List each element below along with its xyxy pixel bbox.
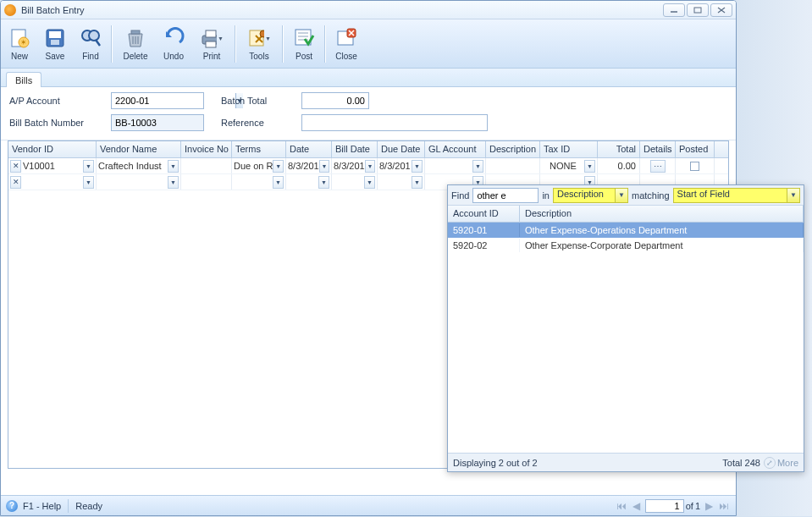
row-delete-icon[interactable]: ✕ bbox=[10, 160, 21, 173]
col-date[interactable]: Date bbox=[286, 141, 332, 157]
cell-vendor-name: Craftech Indust bbox=[98, 161, 162, 171]
row-delete-icon[interactable]: ✕ bbox=[10, 176, 21, 189]
post-button[interactable]: Post bbox=[287, 21, 321, 67]
minimize-button[interactable] bbox=[663, 3, 685, 17]
print-button[interactable]: ▼ Print bbox=[192, 21, 231, 67]
col-total[interactable]: Total bbox=[598, 141, 640, 157]
post-icon bbox=[292, 26, 316, 50]
col-tax-id[interactable]: Tax ID bbox=[540, 141, 598, 157]
bill-date-dropdown[interactable]: ▼ bbox=[365, 160, 375, 173]
print-icon: ▼ bbox=[200, 26, 224, 50]
undo-icon bbox=[162, 26, 185, 50]
lookup-popup: Find in Description ▼ matching Start of … bbox=[447, 184, 804, 472]
gl-dropdown[interactable]: ▼ bbox=[472, 160, 483, 173]
lookup-find-input[interactable] bbox=[472, 188, 539, 203]
col-posted[interactable]: Posted bbox=[676, 141, 715, 157]
delete-button[interactable]: Delete bbox=[116, 21, 155, 67]
lookup-in-combo[interactable]: Description ▼ bbox=[553, 188, 628, 203]
ap-account-label: A/P Account bbox=[9, 96, 111, 106]
lookup-matching-value: Start of Field bbox=[674, 189, 787, 202]
details-button[interactable]: ⋯ bbox=[650, 160, 666, 173]
col-description[interactable]: Description bbox=[486, 141, 540, 157]
svg-rect-13 bbox=[131, 30, 140, 34]
nav-prev[interactable]: ◀ bbox=[630, 499, 644, 513]
date-dropdown[interactable]: ▼ bbox=[319, 160, 329, 173]
lookup-col-description[interactable]: Description bbox=[520, 206, 804, 222]
vendor-name-dropdown[interactable]: ▼ bbox=[168, 176, 179, 189]
nav-last[interactable]: ⏭ bbox=[717, 499, 731, 513]
close-label: Close bbox=[335, 52, 357, 61]
nav-first[interactable]: ⏮ bbox=[615, 499, 628, 513]
close-button[interactable]: Close bbox=[329, 21, 363, 67]
find-label: Find bbox=[82, 52, 98, 61]
svg-rect-19 bbox=[206, 41, 216, 47]
titlebar[interactable]: Bill Batch Entry bbox=[1, 1, 736, 19]
ap-account-combo[interactable]: ▼ bbox=[111, 92, 204, 109]
vendor-id-dropdown[interactable]: ▼ bbox=[83, 176, 94, 189]
statusbar: ? F1 - Help Ready ⏮ ◀ of 1 ▶ ⏭ bbox=[1, 495, 736, 515]
tools-button[interactable]: ▼ Tools bbox=[240, 21, 279, 67]
due-date-dropdown[interactable]: ▼ bbox=[412, 160, 423, 173]
help-icon[interactable]: ? bbox=[6, 500, 18, 512]
col-due-date[interactable]: Due Date bbox=[378, 141, 425, 157]
due-date-dropdown[interactable]: ▼ bbox=[412, 176, 423, 189]
bill-batch-label: Bill Batch Number bbox=[9, 118, 111, 128]
maximize-button[interactable] bbox=[687, 3, 709, 17]
vendor-id-dropdown[interactable]: ▼ bbox=[83, 160, 94, 173]
terms-dropdown[interactable]: ▼ bbox=[273, 176, 284, 189]
bill-date-dropdown[interactable]: ▼ bbox=[364, 176, 375, 189]
lookup-more-button[interactable]: ⤢ More bbox=[764, 457, 798, 469]
terms-dropdown[interactable]: ▼ bbox=[273, 160, 284, 173]
toolbar: ✶ New Save Find Delete Undo ▼ Print ▼ To… bbox=[1, 19, 736, 69]
lookup-in-dropdown[interactable]: ▼ bbox=[615, 189, 627, 202]
lookup-grid-header: Account ID Description bbox=[448, 206, 804, 223]
save-button[interactable]: Save bbox=[38, 21, 72, 67]
lookup-status: Displaying 2 out of 2 bbox=[453, 458, 538, 468]
lookup-find-label: Find bbox=[451, 190, 469, 201]
col-vendor-name[interactable]: Vendor Name bbox=[97, 141, 181, 157]
undo-button[interactable]: Undo bbox=[157, 21, 191, 67]
tax-dropdown[interactable]: ▼ bbox=[584, 160, 595, 173]
svg-text:✶: ✶ bbox=[20, 38, 27, 47]
lookup-matching-combo[interactable]: Start of Field ▼ bbox=[673, 188, 800, 203]
page-total: 1 bbox=[695, 501, 700, 511]
col-bill-date[interactable]: Bill Date bbox=[332, 141, 378, 157]
lookup-row[interactable]: 5920-02 Other Expense-Corporate Departme… bbox=[448, 238, 804, 253]
lookup-row[interactable]: 5920-01 Other Expense-Operations Departm… bbox=[448, 223, 804, 238]
grid-row[interactable]: ✕V10001▼ Craftech Indust▼ Due on R▼ 8/3/… bbox=[8, 158, 728, 174]
date-dropdown[interactable]: ▼ bbox=[318, 176, 329, 189]
status-text: Ready bbox=[75, 501, 102, 511]
pager: ⏮ ◀ of 1 ▶ ⏭ bbox=[615, 499, 731, 513]
reference-field[interactable] bbox=[301, 114, 488, 131]
print-label: Print bbox=[203, 52, 221, 61]
col-details[interactable]: Details bbox=[640, 141, 676, 157]
col-invoice-no[interactable]: Invoice No bbox=[181, 141, 232, 157]
help-label[interactable]: F1 - Help bbox=[23, 501, 61, 511]
col-terms[interactable]: Terms bbox=[232, 141, 286, 157]
cell-vendor-id: V10001 bbox=[23, 161, 55, 171]
find-button[interactable]: Find bbox=[74, 21, 108, 67]
bill-batch-field[interactable] bbox=[111, 114, 204, 131]
cell-due-date: 8/3/201 bbox=[379, 161, 411, 171]
nav-next[interactable]: ▶ bbox=[702, 499, 715, 513]
delete-icon bbox=[124, 26, 147, 50]
tab-bills[interactable]: Bills bbox=[6, 72, 41, 87]
batch-total-field[interactable] bbox=[301, 92, 369, 109]
lookup-matching-dropdown[interactable]: ▼ bbox=[787, 189, 799, 202]
ap-account-input[interactable] bbox=[112, 93, 235, 108]
col-gl-account[interactable]: GL Account bbox=[425, 141, 486, 157]
posted-checkbox[interactable] bbox=[690, 162, 699, 171]
new-label: New bbox=[11, 52, 28, 61]
vendor-name-dropdown[interactable]: ▼ bbox=[168, 160, 179, 173]
lookup-in-value: Description bbox=[554, 189, 615, 202]
lookup-col-account-id[interactable]: Account ID bbox=[448, 206, 520, 222]
svg-line-12 bbox=[96, 40, 100, 46]
col-vendor-id[interactable]: Vendor ID bbox=[8, 141, 97, 157]
lookup-cell-account-id: 5920-01 bbox=[448, 223, 520, 237]
window-title: Bill Batch Entry bbox=[21, 5, 663, 15]
close-window-button[interactable] bbox=[710, 3, 732, 17]
cell-total: 0.00 bbox=[618, 161, 636, 171]
new-button[interactable]: ✶ New bbox=[3, 21, 36, 67]
form-area: A/P Account ▼ Batch Total Bill Batch Num… bbox=[1, 87, 736, 140]
page-input[interactable] bbox=[645, 499, 684, 513]
